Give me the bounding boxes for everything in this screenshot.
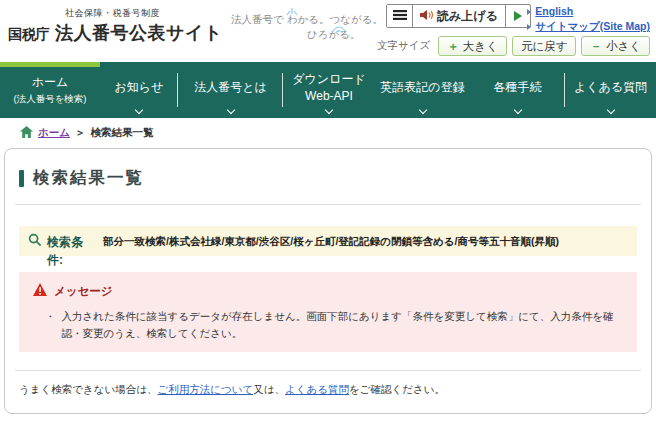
font-size-larger-label: 大きく bbox=[463, 39, 498, 54]
page-title: 検索結果一覧 bbox=[33, 167, 144, 189]
english-link-row: English bbox=[527, 4, 650, 19]
top-links: English サイトマップ(Site Map) bbox=[527, 4, 650, 34]
help-text: うまく検索できない場合は、ご利用方法について又は、よくある質問をご確認ください。 bbox=[19, 383, 637, 397]
chevron-down-icon bbox=[513, 106, 521, 114]
global-nav: ホーム (法人番号を検索) お知らせ 法人番号とは ダウンロード Web-API… bbox=[0, 62, 656, 118]
chevron-down-icon bbox=[226, 106, 234, 114]
site-header: 社会保障・税番号制度 国税庁 法人番号公表サイト 法人番号で わかる。つながる。… bbox=[0, 0, 656, 62]
tagline-line1: 法人番号で わかる。つながる。 bbox=[231, 13, 401, 27]
divider bbox=[15, 370, 641, 371]
font-size-reset-label: 元に戻す bbox=[521, 39, 568, 54]
sitemap-link-row: サイトマップ(Site Map) bbox=[527, 19, 650, 34]
font-size-smaller-label: 小さく bbox=[606, 39, 641, 54]
message-title: メッセージ bbox=[54, 284, 113, 299]
site-title-row: 国税庁 法人番号公表サイト bbox=[8, 21, 223, 45]
chevron-down-icon bbox=[418, 106, 426, 114]
nav-item-sublabel: (法人番号を検索) bbox=[13, 93, 86, 106]
site-title: 法人番号公表サイト bbox=[55, 21, 223, 45]
usage-guide-link[interactable]: ご利用方法について bbox=[157, 383, 253, 395]
minus-icon: － bbox=[590, 39, 602, 54]
divider bbox=[15, 204, 641, 205]
tagline: 法人番号で わかる。つながる。 ひろがる。 bbox=[231, 13, 401, 41]
breadcrumb-separator: ＞ bbox=[75, 126, 86, 140]
font-size-label: 文字サイズ bbox=[377, 39, 430, 53]
message-item: ・ 入力された条件に該当するデータが存在しません。画面下部にあります「条件を変更… bbox=[45, 308, 623, 342]
chevron-down-icon bbox=[606, 106, 614, 114]
nav-item-label: 法人番号とは bbox=[194, 79, 267, 96]
search-conditions-value: 部分一致検索/株式会社緑/東京都/渋谷区/桜ヶ丘町/登記記録の閉鎖等含める/商号… bbox=[95, 233, 627, 250]
chevron-down-icon bbox=[325, 106, 333, 114]
warning-icon bbox=[33, 282, 47, 300]
nav-item-english-registration[interactable]: 英語表記の登録 bbox=[375, 62, 470, 118]
english-link[interactable]: English bbox=[535, 4, 573, 19]
breadcrumb: ホーム ＞ 検索結果一覧 bbox=[0, 118, 656, 146]
nav-item-about-corporate-number[interactable]: 法人番号とは bbox=[178, 62, 283, 118]
help-prefix: うまく検索できない場合は、 bbox=[19, 383, 157, 395]
breadcrumb-current: 検索結果一覧 bbox=[91, 126, 154, 140]
bullet: ・ bbox=[45, 308, 56, 342]
sitemap-link[interactable]: サイトマップ(Site Map) bbox=[535, 19, 650, 34]
nav-item-faq[interactable]: よくある質問 bbox=[565, 62, 656, 118]
help-suffix: をご確認ください。 bbox=[349, 383, 445, 395]
nav-item-label: 英語表記の登録 bbox=[380, 79, 464, 96]
nav-item-news[interactable]: お知らせ bbox=[100, 62, 178, 118]
nav-item-label: ダウンロード bbox=[292, 71, 365, 88]
agency-name: 国税庁 bbox=[8, 26, 50, 44]
faq-link[interactable]: よくある質問 bbox=[285, 383, 349, 395]
plus-icon: ＋ bbox=[447, 39, 459, 54]
nav-item-home[interactable]: ホーム (法人番号を検索) bbox=[0, 62, 100, 118]
search-conditions-box: 検索条件: 部分一致検索/株式会社緑/東京都/渋谷区/桜ヶ丘町/登記記録の閉鎖等… bbox=[19, 226, 637, 256]
nav-item-label: お知らせ bbox=[115, 79, 164, 96]
search-icon bbox=[28, 233, 42, 251]
speaker-icon bbox=[420, 9, 433, 24]
search-result-panel: 検索結果一覧 検索条件: 部分一致検索/株式会社緑/東京都/渋谷区/桜ヶ丘町/登… bbox=[4, 148, 652, 414]
play-button[interactable] bbox=[505, 5, 530, 27]
menu-button[interactable] bbox=[387, 5, 413, 27]
system-label: 社会保障・税番号制度 bbox=[65, 7, 223, 20]
breadcrumb-home-link[interactable]: ホーム bbox=[38, 126, 70, 140]
menu-icon bbox=[393, 7, 407, 25]
read-aloud-button[interactable]: 読み上げる bbox=[413, 5, 505, 27]
site-logo[interactable]: 社会保障・税番号制度 国税庁 法人番号公表サイト bbox=[8, 7, 223, 45]
message-box: メッセージ ・ 入力された条件に該当するデータが存在しません。画面下部にあります… bbox=[19, 272, 637, 352]
arrow-right-icon bbox=[527, 24, 531, 30]
font-size-larger-button[interactable]: ＋ 大きく bbox=[438, 36, 507, 56]
message-header: メッセージ bbox=[33, 282, 623, 300]
title-accent-bar bbox=[19, 170, 24, 187]
nav-item-procedures[interactable]: 各種手続 bbox=[470, 62, 565, 118]
message-list: ・ 入力された条件に該当するデータが存在しません。画面下部にあります「条件を変更… bbox=[45, 308, 623, 342]
home-icon bbox=[20, 126, 33, 140]
page-title-row: 検索結果一覧 bbox=[19, 149, 637, 189]
font-size-smaller-button[interactable]: － 小さく bbox=[581, 36, 650, 56]
nav-item-label: ホーム bbox=[32, 74, 69, 91]
font-size-controls: 文字サイズ ＋ 大きく 元に戻す － 小さく bbox=[377, 36, 650, 56]
sparkle-icon bbox=[285, 6, 299, 20]
message-text: 入力された条件に該当するデータが存在しません。画面下部にあります「条件を変更して… bbox=[62, 308, 624, 342]
chevron-down-icon bbox=[135, 106, 143, 114]
nav-item-download-webapi[interactable]: ダウンロード Web-API bbox=[283, 62, 375, 118]
nav-item-label: よくある質問 bbox=[574, 79, 647, 96]
readaloud-toolbar: 読み上げる bbox=[386, 4, 531, 28]
nav-item-sublabel: Web-API bbox=[305, 89, 353, 103]
page: 社会保障・税番号制度 国税庁 法人番号公表サイト 法人番号で わかる。つながる。… bbox=[0, 0, 656, 424]
read-aloud-label: 読み上げる bbox=[437, 8, 498, 25]
search-conditions-label: 検索条件: bbox=[47, 233, 95, 269]
arrow-right-icon bbox=[527, 9, 531, 15]
font-size-reset-button[interactable]: 元に戻す bbox=[512, 36, 577, 56]
nav-item-label: 各種手続 bbox=[494, 79, 542, 96]
play-icon bbox=[514, 11, 522, 21]
help-middle: 又は、 bbox=[253, 383, 285, 395]
wifi-icon bbox=[330, 22, 348, 38]
